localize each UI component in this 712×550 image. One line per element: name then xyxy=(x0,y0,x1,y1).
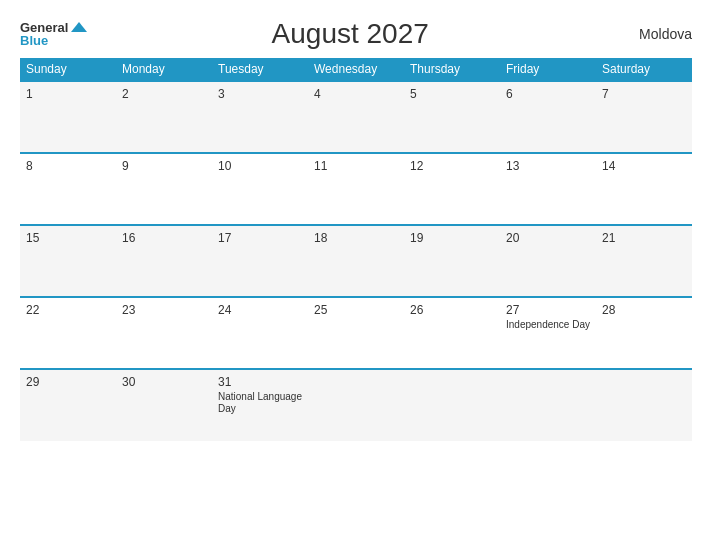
calendar-cell: 24 xyxy=(212,297,308,369)
calendar-cell: 3 xyxy=(212,81,308,153)
calendar-cell: 29 xyxy=(20,369,116,441)
calendar-cell xyxy=(500,369,596,441)
day-number: 19 xyxy=(410,231,494,245)
calendar-cell: 8 xyxy=(20,153,116,225)
calendar-cell: 19 xyxy=(404,225,500,297)
calendar-table: Sunday Monday Tuesday Wednesday Thursday… xyxy=(20,58,692,441)
calendar-cell: 16 xyxy=(116,225,212,297)
calendar-week-row: 1234567 xyxy=(20,81,692,153)
calendar-cell: 12 xyxy=(404,153,500,225)
calendar-cell xyxy=(404,369,500,441)
logo-flag-icon xyxy=(70,21,88,33)
day-number: 11 xyxy=(314,159,398,173)
calendar-cell: 31National Language Day xyxy=(212,369,308,441)
calendar-cell: 11 xyxy=(308,153,404,225)
country-label: Moldova xyxy=(612,26,692,42)
day-number: 30 xyxy=(122,375,206,389)
header-thursday: Thursday xyxy=(404,58,500,81)
day-number: 31 xyxy=(218,375,302,389)
calendar-cell: 25 xyxy=(308,297,404,369)
calendar-cell: 20 xyxy=(500,225,596,297)
day-number: 1 xyxy=(26,87,110,101)
calendar-cell: 7 xyxy=(596,81,692,153)
calendar-cell: 5 xyxy=(404,81,500,153)
calendar-cell: 23 xyxy=(116,297,212,369)
day-number: 4 xyxy=(314,87,398,101)
page: General Blue August 2027 Moldova Sunday … xyxy=(0,0,712,550)
day-number: 18 xyxy=(314,231,398,245)
calendar-cell xyxy=(308,369,404,441)
header-sunday: Sunday xyxy=(20,58,116,81)
day-number: 17 xyxy=(218,231,302,245)
day-number: 25 xyxy=(314,303,398,317)
day-number: 20 xyxy=(506,231,590,245)
calendar-cell: 15 xyxy=(20,225,116,297)
calendar-cell xyxy=(596,369,692,441)
calendar-cell: 22 xyxy=(20,297,116,369)
day-number: 26 xyxy=(410,303,494,317)
calendar-cell: 6 xyxy=(500,81,596,153)
day-number: 24 xyxy=(218,303,302,317)
day-number: 14 xyxy=(602,159,686,173)
day-number: 28 xyxy=(602,303,686,317)
calendar-cell: 30 xyxy=(116,369,212,441)
day-number: 9 xyxy=(122,159,206,173)
calendar-cell: 13 xyxy=(500,153,596,225)
holiday-label: National Language Day xyxy=(218,391,302,415)
day-number: 27 xyxy=(506,303,590,317)
header-friday: Friday xyxy=(500,58,596,81)
calendar-cell: 2 xyxy=(116,81,212,153)
day-number: 29 xyxy=(26,375,110,389)
day-number: 22 xyxy=(26,303,110,317)
header-wednesday: Wednesday xyxy=(308,58,404,81)
calendar-week-row: 891011121314 xyxy=(20,153,692,225)
calendar-cell: 1 xyxy=(20,81,116,153)
weekday-header-row: Sunday Monday Tuesday Wednesday Thursday… xyxy=(20,58,692,81)
logo-blue-text: Blue xyxy=(20,34,88,47)
calendar-week-row: 222324252627Independence Day28 xyxy=(20,297,692,369)
day-number: 3 xyxy=(218,87,302,101)
calendar-cell: 17 xyxy=(212,225,308,297)
svg-marker-0 xyxy=(71,22,87,32)
calendar-cell: 10 xyxy=(212,153,308,225)
day-number: 23 xyxy=(122,303,206,317)
header: General Blue August 2027 Moldova xyxy=(20,18,692,50)
calendar-cell: 9 xyxy=(116,153,212,225)
calendar-cell: 14 xyxy=(596,153,692,225)
calendar-week-row: 293031National Language Day xyxy=(20,369,692,441)
calendar-cell: 18 xyxy=(308,225,404,297)
day-number: 21 xyxy=(602,231,686,245)
header-tuesday: Tuesday xyxy=(212,58,308,81)
day-number: 2 xyxy=(122,87,206,101)
day-number: 5 xyxy=(410,87,494,101)
logo: General Blue xyxy=(20,21,88,47)
calendar-title: August 2027 xyxy=(88,18,612,50)
day-number: 6 xyxy=(506,87,590,101)
day-number: 15 xyxy=(26,231,110,245)
day-number: 13 xyxy=(506,159,590,173)
calendar-cell: 28 xyxy=(596,297,692,369)
calendar-cell: 4 xyxy=(308,81,404,153)
day-number: 12 xyxy=(410,159,494,173)
calendar-cell: 21 xyxy=(596,225,692,297)
header-saturday: Saturday xyxy=(596,58,692,81)
day-number: 10 xyxy=(218,159,302,173)
day-number: 8 xyxy=(26,159,110,173)
calendar-cell: 26 xyxy=(404,297,500,369)
day-number: 7 xyxy=(602,87,686,101)
calendar-cell: 27Independence Day xyxy=(500,297,596,369)
header-monday: Monday xyxy=(116,58,212,81)
calendar-week-row: 15161718192021 xyxy=(20,225,692,297)
holiday-label: Independence Day xyxy=(506,319,590,331)
day-number: 16 xyxy=(122,231,206,245)
